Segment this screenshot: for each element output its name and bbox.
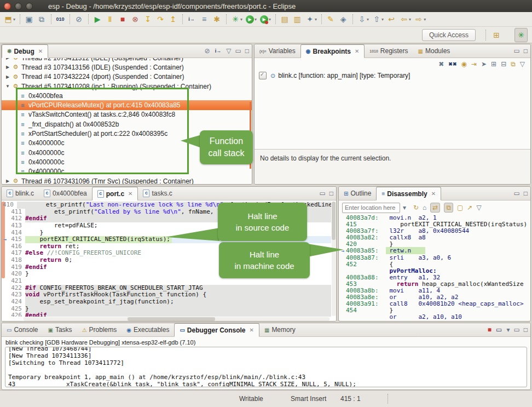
code-line[interactable]: 424 esp_set_breakpoint_if_jtag(function)… — [3, 299, 331, 306]
console-line[interactable] — [8, 366, 524, 374]
debug-row[interactable]: ▶ ⚙ Thread #6 1073431096 (Tmr Svc) (Susp… — [2, 176, 252, 184]
binary-icon[interactable]: 010 — [54, 13, 67, 26]
collapse-all-icon[interactable]: ⊟ — [501, 60, 506, 68]
expander-icon[interactable]: ▶ — [4, 65, 11, 70]
tab-port-c[interactable]: c port.c ✕ — [92, 187, 138, 200]
tab-modules[interactable]: ▦ Modules — [413, 44, 455, 58]
display-selected-console-icon[interactable]: ▭ — [496, 326, 502, 334]
tab-console[interactable]: ▭ Console — [2, 323, 43, 336]
window-minimize-button[interactable] — [15, 3, 22, 10]
remove-all-terminated-icon[interactable]: ⊘ — [205, 47, 210, 55]
code-line[interactable]: 426 #endif — [3, 312, 331, 317]
debug-icon[interactable]: ✳▾ — [229, 13, 244, 26]
last-edit-location-icon[interactable]: ↩ — [385, 13, 398, 26]
view-menu-icon[interactable]: ▽ — [520, 60, 525, 68]
expander-icon[interactable]: ▶ — [4, 179, 11, 184]
quick-access-button[interactable]: Quick Access — [422, 29, 476, 41]
console-line[interactable]: [Switching to Thread 1073411772] — [8, 359, 524, 366]
location-input[interactable] — [342, 203, 400, 213]
debug-row[interactable]: ≡ _frxt_dispatch() at 0x4008532b — [2, 119, 252, 129]
editor-vertical-scrollbar[interactable] — [332, 202, 336, 316]
maximize-icon[interactable]: □ — [329, 190, 333, 197]
search-icon[interactable]: ✦▾ — [304, 13, 319, 26]
step-over-icon[interactable]: ↷ — [154, 13, 167, 26]
save-icon[interactable]: ▣ — [23, 13, 36, 26]
pin-view-icon[interactable]: ↗ — [467, 204, 472, 211]
instruction-stepping-icon[interactable]: i→ — [186, 13, 198, 26]
back-icon[interactable]: ⇦▾ — [398, 13, 413, 26]
location-dropdown-icon[interactable]: ▾ — [403, 204, 406, 211]
go-to-file-icon[interactable]: ⇥ — [471, 60, 477, 68]
tab-registers[interactable]: 1010 Registers — [365, 44, 413, 58]
previous-annotation-icon[interactable]: ⇧▾ — [371, 13, 385, 26]
open-element-icon[interactable]: ▥ — [291, 13, 304, 26]
step-return-icon[interactable]: ↥ — [167, 13, 180, 26]
debug-row[interactable]: ▶ ⚙ Thread #3 1073413156 (IDLE) (Suspend… — [2, 62, 252, 72]
maximize-icon[interactable]: □ — [245, 47, 249, 55]
close-icon[interactable]: ✕ — [431, 191, 436, 197]
suspend-icon[interactable]: Ⅱ — [104, 13, 117, 26]
show-source-icon[interactable]: ⧉ — [444, 203, 453, 213]
debug-row[interactable]: ▶ ⚙ Thread #2 1073411312 (IDLE) (Suspend… — [2, 58, 252, 62]
expand-all-icon[interactable]: ⊞ — [491, 60, 496, 68]
refresh-icon[interactable]: ↻ — [413, 204, 419, 211]
tab-breakpoints[interactable]: ◉ Breakpoints ✕ — [300, 44, 365, 58]
open-new-view-icon[interactable]: ▢ — [457, 204, 463, 211]
new-project-icon[interactable]: ▤ — [279, 13, 291, 26]
run-icon[interactable]: ▶▾ — [244, 13, 258, 26]
console-output[interactable]: [New Thread 1073468744][New Thread 10734… — [5, 347, 527, 387]
debug-perspective-icon[interactable]: ✳ — [514, 28, 528, 42]
mark-occurrences-icon[interactable]: ✎ — [325, 13, 337, 26]
view-menu-icon[interactable]: ▽ — [226, 47, 231, 55]
code-line[interactable]: 425 } — [3, 306, 331, 313]
sync-active-context-icon[interactable]: ⇄ — [430, 203, 440, 213]
tab-debug[interactable]: ❋ Debug ✕ — [2, 44, 48, 58]
expander-icon[interactable]: ▶ — [4, 58, 11, 60]
expander-icon[interactable]: ▶ — [4, 74, 11, 79]
tab-tasks-c[interactable]: c tasks.c — [138, 187, 177, 200]
open-perspective-icon[interactable]: ⊞ — [490, 28, 502, 42]
debug-config-icon[interactable]: ✱ — [211, 13, 223, 26]
close-icon[interactable]: ✕ — [250, 327, 254, 333]
breakpoint-checkbox[interactable] — [259, 72, 267, 79]
expander-icon[interactable]: ▼ — [4, 84, 11, 89]
terminate-icon[interactable]: ■ — [488, 326, 491, 334]
tab-debugger-console[interactable]: ▭ Debugger Console ✕ — [174, 323, 259, 337]
tab-tasks[interactable]: ▣ Tasks — [43, 323, 77, 336]
editor-horizontal-scrollbar[interactable] — [24, 317, 329, 321]
debug-row[interactable]: ≡ 0x4000000c — [2, 167, 252, 176]
forward-icon[interactable]: ⇨▾ — [413, 13, 427, 26]
debug-row[interactable]: ▶ ⚙ Thread #4 1073432224 (dport) (Suspen… — [2, 72, 252, 82]
select-breakpoint-icon[interactable]: ➤ — [481, 60, 487, 68]
new-wizard-icon[interactable]: ⬒▾ — [2, 13, 17, 26]
close-icon[interactable]: ✕ — [128, 191, 132, 197]
external-tools-icon[interactable]: ▶▾ — [258, 13, 273, 26]
view-menu-icon[interactable]: ▽ — [476, 204, 481, 211]
tab-variables[interactable]: (x)= Variables — [255, 44, 300, 58]
disconnect-icon[interactable]: ⊗ — [129, 13, 142, 26]
window-maximize-button[interactable] — [26, 3, 33, 10]
step-filters-icon[interactable]: ≡ — [198, 13, 211, 26]
remove-all-breakpoints-icon[interactable]: ✖✖ — [448, 60, 456, 68]
disassembly-listing[interactable]: 40083a7d: movi.n a2, 1 415 portEXIT_CRIT… — [339, 215, 530, 320]
link-with-debug-icon[interactable]: ⧉ — [511, 60, 516, 68]
remove-breakpoint-icon[interactable]: ✖ — [438, 60, 444, 68]
maximize-icon[interactable]: □ — [524, 190, 528, 197]
tab-blink-c[interactable]: c blink.c — [2, 187, 39, 200]
debug-row[interactable]: ▼ ⚙ Thread #5 1073410208 (ipc1 : Running… — [2, 82, 252, 91]
next-annotation-icon[interactable]: ⇩▾ — [356, 13, 371, 26]
terminate-icon[interactable]: ■ — [117, 13, 129, 26]
close-icon[interactable]: ✕ — [355, 48, 359, 54]
save-all-icon[interactable]: ⧉ — [36, 13, 48, 26]
minimize-icon[interactable]: ▭ — [513, 47, 519, 55]
close-icon[interactable]: ✕ — [38, 48, 43, 54]
disassembly-line[interactable]: or a2, a10, a10 — [340, 314, 530, 320]
tab-problems[interactable]: ⚠ Problems — [77, 323, 122, 336]
breakpoint-item[interactable]: ⊙ blink.c [function: app_main] [type: Te… — [255, 69, 530, 82]
resume-icon[interactable]: ▶ — [91, 13, 104, 26]
maximize-icon[interactable]: □ — [524, 326, 528, 334]
minimize-icon[interactable]: ▭ — [235, 47, 241, 55]
tab-memory[interactable]: ▦ Memory — [259, 323, 300, 336]
window-close-button[interactable] — [4, 3, 11, 10]
home-icon[interactable]: ⌂ — [423, 204, 426, 211]
